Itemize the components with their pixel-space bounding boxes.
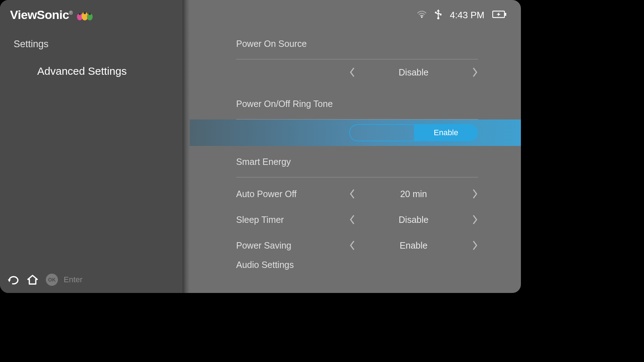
battery-icon: [492, 10, 507, 20]
chevron-right-icon[interactable]: [472, 189, 478, 199]
chevron-right-icon[interactable]: [472, 67, 478, 78]
settings-content: Power On Source Disable Power On/Off Rin…: [236, 39, 478, 270]
ring-tone-toggle-on[interactable]: Enable: [414, 124, 478, 141]
svg-point-3: [79, 13, 81, 15]
chevron-left-icon[interactable]: [349, 240, 356, 251]
chevron-left-icon[interactable]: [349, 214, 356, 225]
enter-label: Enter: [64, 275, 83, 284]
ring-tone-row[interactable]: Enable: [190, 119, 521, 146]
svg-point-4: [83, 11, 86, 14]
sleep-timer-row[interactable]: Sleep Timer Disable: [236, 207, 478, 233]
svg-rect-13: [505, 13, 506, 16]
panel-divider: [182, 0, 190, 293]
sleep-timer-value: Disable: [356, 215, 472, 225]
brand: ViewSonic®: [10, 8, 95, 22]
ring-tone-toggle-off[interactable]: [349, 124, 414, 141]
wifi-icon: [417, 10, 427, 20]
sidebar: ViewSonic® Settings Advanced Settings OK…: [0, 0, 182, 293]
sleep-timer-label: Sleep Timer: [236, 215, 349, 225]
power-on-source-row[interactable]: Disable: [236, 59, 478, 85]
svg-rect-11: [440, 14, 441, 15]
svg-marker-14: [497, 12, 501, 16]
home-icon[interactable]: [26, 274, 39, 285]
brand-text: ViewSonic®: [10, 8, 73, 22]
auto-power-off-row[interactable]: Auto Power Off 20 min: [236, 181, 478, 207]
chevron-right-icon[interactable]: [472, 240, 478, 251]
footer-bar: OK Enter: [7, 274, 83, 286]
back-icon[interactable]: [7, 274, 19, 285]
power-saving-value: Enable: [356, 240, 472, 251]
power-on-source-value: Disable: [356, 67, 472, 78]
ok-badge-icon: OK: [46, 274, 58, 286]
power-on-source-header: Power On Source: [236, 39, 478, 59]
chevron-left-icon[interactable]: [349, 189, 356, 199]
auto-power-off-label: Auto Power Off: [236, 189, 349, 199]
sidebar-subtitle: Advanced Settings: [37, 65, 127, 77]
power-saving-picker: Enable: [349, 240, 478, 251]
power-saving-label: Power Saving: [236, 240, 349, 251]
brand-logo-icon: [75, 9, 95, 21]
chevron-right-icon[interactable]: [472, 214, 478, 225]
smart-energy-list: Auto Power Off 20 min Sleep Timer Disabl…: [236, 181, 478, 258]
sidebar-title: Settings: [14, 39, 49, 50]
screen: ViewSonic® Settings Advanced Settings OK…: [0, 0, 521, 293]
svg-point-6: [421, 16, 423, 18]
power-saving-row[interactable]: Power Saving Enable: [236, 233, 478, 258]
status-bar: 4:43 PM: [417, 9, 507, 21]
brand-name: ViewSonic: [10, 8, 69, 21]
smart-energy-header: Smart Energy: [236, 157, 478, 177]
auto-power-off-value: 20 min: [356, 189, 472, 199]
auto-power-off-picker: 20 min: [349, 189, 478, 199]
ring-tone-toggle[interactable]: Enable: [349, 124, 478, 141]
svg-point-10: [435, 12, 437, 14]
sleep-timer-picker: Disable: [349, 214, 478, 225]
main-panel: 4:43 PM Power On Source Disable Power On…: [190, 0, 521, 293]
audio-settings-header[interactable]: Audio Settings: [236, 260, 478, 270]
svg-point-9: [437, 17, 439, 19]
svg-point-5: [89, 13, 91, 15]
chevron-left-icon[interactable]: [349, 67, 356, 78]
svg-marker-8: [437, 9, 440, 11]
status-time: 4:43 PM: [450, 10, 484, 21]
power-on-source-picker: Disable: [349, 67, 478, 78]
usb-icon: [435, 9, 442, 21]
ring-tone-header: Power On/Off Ring Tone: [236, 99, 478, 119]
